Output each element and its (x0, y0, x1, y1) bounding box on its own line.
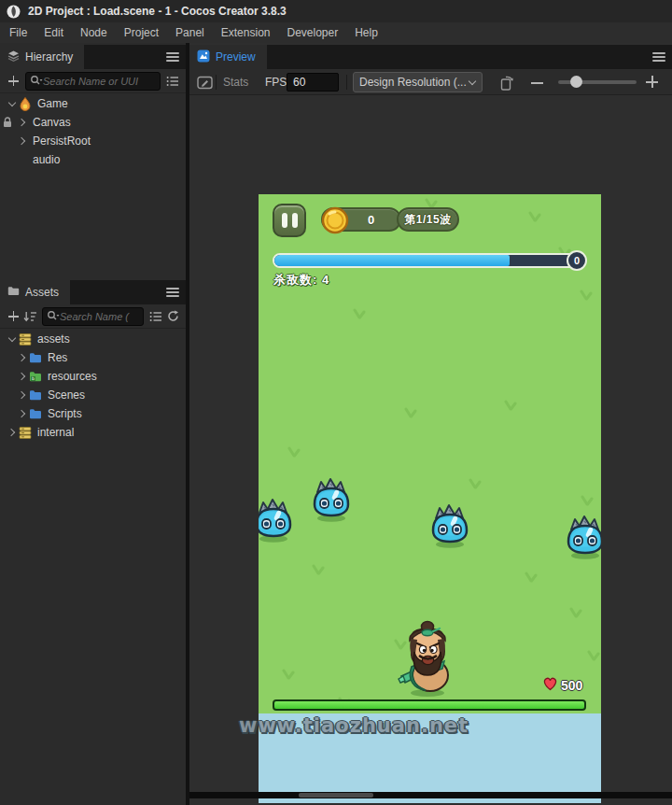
slime-monster-3 (429, 502, 470, 549)
zoom-out-icon[interactable] (531, 77, 543, 89)
fps-input[interactable] (287, 73, 339, 92)
caret-right-icon[interactable] (17, 352, 28, 363)
chevron-down-icon (469, 78, 476, 86)
add-asset-icon[interactable] (5, 308, 21, 325)
tab-assets[interactable]: Assets (0, 280, 70, 304)
tree-label: internal (37, 426, 74, 439)
tree-item-assets[interactable]: assets (0, 330, 186, 348)
preview-tab-strip: Preview (189, 45, 672, 69)
menu-help[interactable]: Help (346, 26, 386, 39)
menu-project[interactable]: Project (116, 26, 167, 39)
slime-monster-4 (565, 514, 601, 560)
sort-icon[interactable] (21, 308, 38, 325)
rotate-device-icon[interactable] (498, 74, 515, 91)
scrollbar-thumb[interactable] (299, 793, 373, 798)
assets-menu-icon[interactable] (166, 288, 179, 297)
database-icon (18, 332, 33, 346)
slime-monster-2 (311, 476, 352, 523)
caret-right-icon[interactable] (7, 427, 18, 438)
menu-extension[interactable]: Extension (213, 26, 279, 39)
grass-tuft (403, 405, 418, 417)
assets-search-box[interactable] (42, 307, 144, 326)
filter-icon[interactable] (164, 73, 181, 90)
tree-item-canvas[interactable]: Canvas (0, 113, 186, 132)
hierarchy-menu-icon[interactable] (166, 52, 179, 62)
tree-item-audio[interactable]: audio (0, 150, 186, 169)
hierarchy-toolbar (0, 69, 186, 93)
search-icon (47, 308, 60, 325)
wave-label: 第1/15波 (404, 212, 451, 228)
menu-edit[interactable]: Edit (35, 26, 72, 39)
wave-progress-fill (274, 255, 510, 266)
hierarchy-search-box[interactable] (25, 72, 161, 91)
tree-item-internal[interactable]: internal (0, 423, 186, 442)
grass-tuft (579, 288, 594, 299)
tab-preview-label: Preview (216, 50, 256, 64)
grass-tuft (580, 493, 595, 504)
zoom-in-icon[interactable] (646, 76, 658, 88)
grass-tuft (311, 562, 326, 573)
caret-right-icon[interactable] (17, 389, 28, 401)
tab-preview[interactable]: Preview (189, 45, 267, 69)
tree-label: Canvas (33, 116, 71, 129)
menu-developer[interactable]: Developer (278, 26, 346, 39)
pause-icon (282, 213, 287, 228)
tree-item-resources[interactable]: b resources (0, 367, 186, 386)
tree-item-res[interactable]: Res (0, 348, 186, 367)
bottom-progress-bar (273, 699, 586, 711)
game-viewport[interactable]: 0 第1/15波 0 杀敌数: 4 (259, 194, 601, 803)
hp-indicator: 500 (542, 676, 582, 694)
debug-edit-icon[interactable] (196, 74, 213, 91)
caret-right-icon[interactable] (17, 117, 28, 128)
stats-toggle[interactable]: Stats (223, 76, 248, 89)
cocos-creator-window: 2D Project : Load.scene - 1 - Cocos Crea… (0, 0, 672, 805)
grass-tuft (524, 570, 539, 581)
menu-bar: FileEditNodeProjectPanelExtensionDevelop… (0, 22, 672, 43)
search-icon (30, 73, 43, 90)
assets-search-input[interactable] (60, 311, 139, 322)
filter-icon[interactable] (147, 308, 164, 325)
left-column: Hierarchy Game CanvasPersistRootaudio (0, 43, 186, 805)
tree-item-scripts[interactable]: Scripts (0, 404, 186, 423)
menu-node[interactable]: Node (72, 26, 116, 39)
grass-tuft (468, 476, 483, 487)
caret-right-icon[interactable] (17, 135, 28, 147)
tree-item-game[interactable]: Game (0, 94, 186, 113)
cocos-logo-icon (7, 5, 21, 19)
menu-panel[interactable]: Panel (167, 26, 213, 39)
flame-icon (18, 97, 33, 110)
caret-right-icon[interactable] (17, 408, 28, 419)
zoom-slider[interactable] (558, 80, 637, 84)
tree-item-scenes[interactable]: Scenes (0, 386, 186, 404)
folder-tab-icon (7, 286, 20, 299)
tree-label: Res (48, 351, 67, 364)
layers-icon (7, 50, 20, 64)
zoom-slider-knob[interactable] (570, 76, 582, 88)
preview-content: 0 第1/15波 0 杀敌数: 4 (189, 95, 672, 798)
preview-menu-icon[interactable] (652, 52, 665, 62)
tab-hierarchy[interactable]: Hierarchy (0, 45, 84, 69)
design-resolution-dropdown[interactable]: Design Resolution (... (353, 72, 483, 92)
preview-toolbar: Stats FPS Design Resolution (... (189, 69, 672, 95)
hierarchy-tab-strip: Hierarchy (0, 45, 186, 69)
kill-counter-text: 杀敌数: 4 (273, 273, 329, 287)
hierarchy-search-input[interactable] (43, 76, 156, 87)
caret-right-icon[interactable] (17, 371, 28, 382)
grass-tuft (281, 667, 296, 678)
grass-tuft (503, 398, 518, 409)
lock-icon (3, 117, 12, 128)
grass-tuft (586, 648, 601, 659)
caret-down-icon[interactable] (7, 333, 18, 345)
pause-button[interactable] (273, 204, 306, 237)
bundle-folder-icon: b (28, 370, 43, 383)
add-node-icon[interactable] (5, 73, 21, 90)
watermark-text: www.tiaozhuan.net (239, 714, 469, 737)
menu-file[interactable]: File (1, 26, 35, 39)
wave-badge: 第1/15波 (397, 207, 459, 232)
tree-item-persistroot[interactable]: PersistRoot (0, 132, 186, 150)
horizontal-scrollbar[interactable] (189, 792, 672, 798)
tab-assets-label: Assets (25, 286, 59, 299)
refresh-icon[interactable] (164, 308, 181, 325)
grass-tuft (527, 209, 542, 220)
caret-down-icon[interactable] (7, 98, 18, 109)
